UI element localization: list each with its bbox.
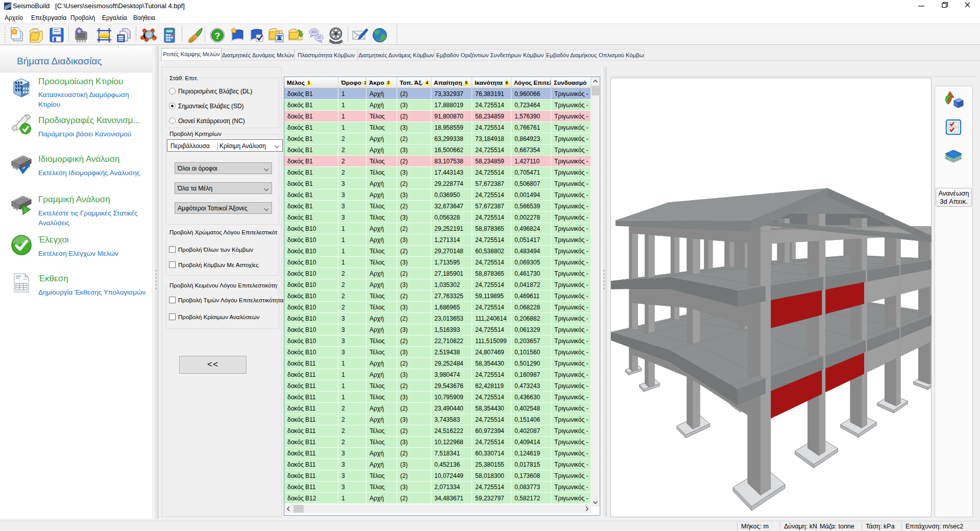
- svg-text:?: ?: [215, 31, 220, 41]
